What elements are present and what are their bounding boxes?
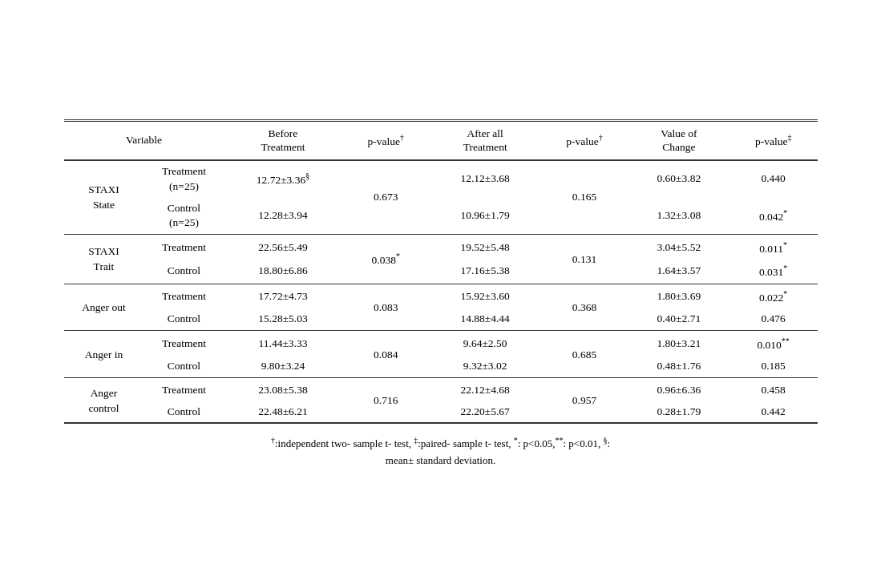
- pchange-5-1: 0.458: [729, 380, 818, 401]
- variable-staxi-state: STAXIState: [64, 160, 144, 235]
- variable-anger-in: Anger in: [64, 332, 144, 378]
- header-pvalue3: p-value‡: [729, 120, 818, 160]
- change-4-1: 1.80±3.21: [628, 332, 729, 356]
- table-row: Control 15.28±5.03 14.88±4.44 0.40±2.71 …: [64, 308, 818, 330]
- header-pvalue2: p-value†: [540, 120, 628, 160]
- table-row: Anger out Treatment 17.72±4.73 0.083 15.…: [64, 285, 818, 308]
- after-4-1: 9.64±2.50: [430, 332, 540, 356]
- change-3-2: 0.40±2.71: [628, 308, 729, 330]
- after-5-1: 22.12±4.68: [430, 380, 540, 401]
- table-row: STAXITrait Treatment 22.56±5.49 0.038* 1…: [64, 236, 818, 260]
- change-5-2: 0.28±1.79: [628, 401, 729, 424]
- pvalue-after-3: 0.368: [540, 285, 628, 331]
- before-4-2: 9.80±3.24: [224, 356, 342, 377]
- table-row: Anger in Treatment 11.44±3.33 0.084 9.64…: [64, 332, 818, 356]
- data-table: Variable BeforeTreatment p-value† After …: [64, 119, 818, 425]
- pchange-4-1: 0.010**: [729, 332, 818, 356]
- after-4-2: 9.32±3.02: [430, 356, 540, 377]
- before-1-1: 12.72±3.36§: [224, 160, 342, 198]
- change-3-1: 1.80±3.69: [628, 285, 729, 308]
- before-2-2: 18.80±6.86: [224, 260, 342, 284]
- footnote-line1: †:independent two- sample t- test, ‡:pai…: [271, 437, 610, 449]
- table-row: Control 9.80±3.24 9.32±3.02 0.48±1.76 0.…: [64, 356, 818, 377]
- pchange-3-2: 0.476: [729, 308, 818, 330]
- pvalue-between-2: 0.038*: [341, 236, 430, 284]
- before-5-2: 22.48±6.21: [224, 401, 342, 424]
- before-5-1: 23.08±5.38: [224, 380, 342, 401]
- pvalue-between-1: 0.673: [341, 160, 430, 235]
- group-treatment-5: Treatment: [144, 380, 224, 401]
- pchange-1-1: 0.440: [729, 160, 818, 198]
- change-2-2: 1.64±3.57: [628, 260, 729, 284]
- pvalue-between-5: 0.716: [341, 380, 430, 424]
- pchange-3-1: 0.022*: [729, 285, 818, 308]
- pvalue-between-4: 0.084: [341, 332, 430, 378]
- group-control-5: Control: [144, 401, 224, 424]
- pchange-1-2: 0.042*: [729, 198, 818, 235]
- header-variable: Variable: [64, 120, 224, 160]
- main-container: Variable BeforeTreatment p-value† After …: [48, 103, 834, 485]
- change-5-1: 0.96±6.36: [628, 380, 729, 401]
- after-2-1: 19.52±5.48: [430, 236, 540, 260]
- pvalue-between-3: 0.083: [341, 285, 430, 331]
- table-row: Angercontrol Treatment 23.08±5.38 0.716 …: [64, 380, 818, 401]
- change-1-1: 0.60±3.82: [628, 160, 729, 198]
- after-3-2: 14.88±4.44: [430, 308, 540, 330]
- group-treatment-2: Treatment: [144, 236, 224, 260]
- before-3-2: 15.28±5.03: [224, 308, 342, 330]
- bottom-border: [64, 423, 818, 424]
- before-2-1: 22.56±5.49: [224, 236, 342, 260]
- pvalue-after-4: 0.685: [540, 332, 628, 378]
- group-control-1: Control(n=25): [144, 198, 224, 235]
- after-2-2: 17.16±5.38: [430, 260, 540, 284]
- header-after-treatment: After allTreatment: [430, 120, 540, 160]
- table-row: Control(n=25) 12.28±3.94 10.96±1.79 1.32…: [64, 198, 818, 235]
- header-value-change: Value ofChange: [628, 120, 729, 160]
- table-row: STAXIState Treatment(n=25) 12.72±3.36§ 0…: [64, 160, 818, 198]
- pvalue-after-5: 0.957: [540, 380, 628, 424]
- table-row: Control 18.80±6.86 17.16±5.38 1.64±3.57 …: [64, 260, 818, 284]
- pchange-2-1: 0.011*: [729, 236, 818, 260]
- after-1-2: 10.96±1.79: [430, 198, 540, 235]
- variable-anger-out: Anger out: [64, 285, 144, 331]
- pchange-4-2: 0.185: [729, 356, 818, 377]
- group-treatment-3: Treatment: [144, 285, 224, 308]
- header-pvalue1: p-value†: [341, 120, 430, 160]
- pvalue-after-1: 0.165: [540, 160, 628, 235]
- change-1-2: 1.32±3.08: [628, 198, 729, 235]
- header-before-treatment: BeforeTreatment: [224, 120, 342, 160]
- before-3-1: 17.72±4.73: [224, 285, 342, 308]
- footnote-line2: mean± standard deviation.: [386, 454, 495, 466]
- group-treatment-1: Treatment(n=25): [144, 160, 224, 198]
- after-1-1: 12.12±3.68: [430, 160, 540, 198]
- group-treatment-4: Treatment: [144, 332, 224, 356]
- table-footnote: †:independent two- sample t- test, ‡:pai…: [64, 433, 818, 469]
- pchange-2-2: 0.031*: [729, 260, 818, 284]
- pchange-5-2: 0.442: [729, 401, 818, 424]
- group-control-3: Control: [144, 308, 224, 330]
- variable-staxi-trait: STAXITrait: [64, 236, 144, 284]
- before-4-1: 11.44±3.33: [224, 332, 342, 356]
- variable-anger-control: Angercontrol: [64, 380, 144, 424]
- after-5-2: 22.20±5.67: [430, 401, 540, 424]
- table-row: Control 22.48±6.21 22.20±5.67 0.28±1.79 …: [64, 401, 818, 424]
- after-3-1: 15.92±3.60: [430, 285, 540, 308]
- group-control-4: Control: [144, 356, 224, 377]
- change-4-2: 0.48±1.76: [628, 356, 729, 377]
- before-1-2: 12.28±3.94: [224, 198, 342, 235]
- change-2-1: 3.04±5.52: [628, 236, 729, 260]
- pvalue-after-2: 0.131: [540, 236, 628, 284]
- group-control-2: Control: [144, 260, 224, 284]
